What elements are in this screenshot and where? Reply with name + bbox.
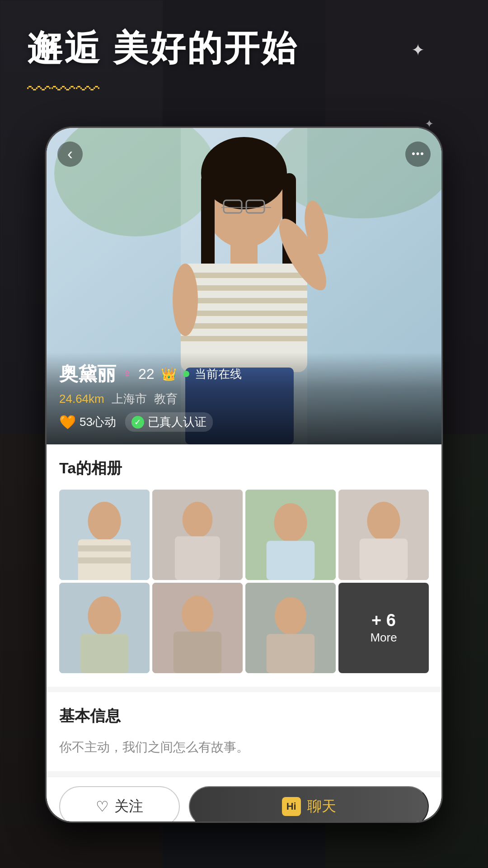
album-photo-2[interactable] [152,490,243,580]
svg-point-41 [182,595,213,633]
more-icon: ●●● [412,150,424,157]
header-title: 邂逅 美好的开始 [27,27,461,70]
vip-badge: 👑 [161,367,177,382]
svg-rect-8 [230,243,258,266]
svg-rect-13 [181,311,307,316]
album-photo-5[interactable] [59,583,150,673]
online-status: 当前在线 [195,366,242,382]
basic-info-text: 你不主动，我们之间怎么有故事。 [59,737,429,758]
svg-rect-33 [267,541,315,580]
more-button[interactable]: ●●● [405,142,431,167]
hearts-badge: 🧡 53心动 [59,414,116,430]
profile-photo-section: ‹ ●●● 奥黛丽 ♀ 22 👑 当前在线 [47,128,441,444]
svg-point-18 [173,264,198,336]
basic-info-section: 基本信息 你不主动，我们之间怎么有故事。 [47,692,441,771]
follow-button[interactable]: ♡ 关注 [59,786,180,821]
svg-point-44 [275,597,306,635]
chat-label: 聊天 [307,797,336,816]
svg-point-35 [367,502,400,541]
svg-rect-15 [181,336,307,341]
action-bar: ♡ 关注 Hi 聊天 [47,777,441,821]
profile-name-row: 奥黛丽 ♀ 22 👑 当前在线 [59,361,429,387]
chat-button[interactable]: Hi 聊天 [189,786,429,821]
svg-rect-11 [181,285,307,291]
online-dot [183,371,189,377]
phone-inner: ‹ ●●● 奥黛丽 ♀ 22 👑 当前在线 [47,128,441,821]
hi-badge: Hi [282,797,301,816]
photo-grid-row1 [59,490,429,580]
phone-mockup: ‹ ●●● 奥黛丽 ♀ 22 👑 当前在线 [45,127,443,823]
album-photo-6[interactable] [152,583,243,673]
svg-point-38 [88,596,121,636]
svg-rect-42 [174,632,222,673]
album-photo-7[interactable] [245,583,336,673]
follow-heart-icon: ♡ [96,798,109,815]
svg-rect-10 [181,273,307,278]
album-photo-4[interactable] [338,490,429,580]
header-section: 邂逅 美好的开始 〰〰〰 ✦ ✦ [27,27,461,101]
svg-rect-26 [78,545,131,551]
svg-rect-14 [181,323,307,329]
profile-city: 上海市 [112,391,147,407]
svg-point-24 [88,502,121,541]
profile-tags-row: 🧡 53心动 ✓ 已真人认证 [59,412,429,432]
svg-rect-27 [78,557,131,563]
profile-info-overlay: 奥黛丽 ♀ 22 👑 当前在线 24.64km 上海市 教育 [47,352,441,444]
svg-rect-36 [360,538,408,580]
gender-icon: ♀ [122,367,132,381]
sparkle-decoration-1: ✦ [411,41,425,60]
album-photo-3[interactable] [245,490,336,580]
profile-name: 奥黛丽 [59,361,116,387]
back-icon: ‹ [67,146,73,162]
profile-age: 22 [138,366,155,382]
svg-rect-30 [175,536,220,580]
basic-info-title: 基本信息 [59,706,429,726]
svg-point-32 [274,503,307,542]
verified-text: 已真人认证 [148,414,206,430]
content-section[interactable]: Ta的相册 [47,444,441,821]
more-number: + 6 [371,612,396,629]
svg-rect-45 [267,634,315,673]
more-label: More [370,631,397,645]
album-section: Ta的相册 [47,444,441,687]
svg-point-29 [183,502,213,538]
heart-emoji: 🧡 [59,414,76,430]
svg-rect-39 [80,634,129,673]
check-icon: ✓ [131,416,144,429]
hearts-count: 53心动 [80,414,116,430]
album-photo-1[interactable] [59,490,150,580]
album-title: Ta的相册 [59,458,429,479]
profile-occupation: 教育 [154,391,178,407]
follow-label: 关注 [114,797,143,816]
svg-rect-12 [181,298,307,303]
back-button[interactable]: ‹ [57,142,83,167]
verified-badge: ✓ 已真人认证 [125,412,213,432]
profile-distance: 24.64km [59,392,104,406]
header-squiggle: 〰〰〰 [27,78,461,101]
photo-grid-row2: + 6 More [59,583,429,673]
profile-meta-row: 24.64km 上海市 教育 [59,391,429,407]
album-photo-more[interactable]: + 6 More [338,583,429,673]
